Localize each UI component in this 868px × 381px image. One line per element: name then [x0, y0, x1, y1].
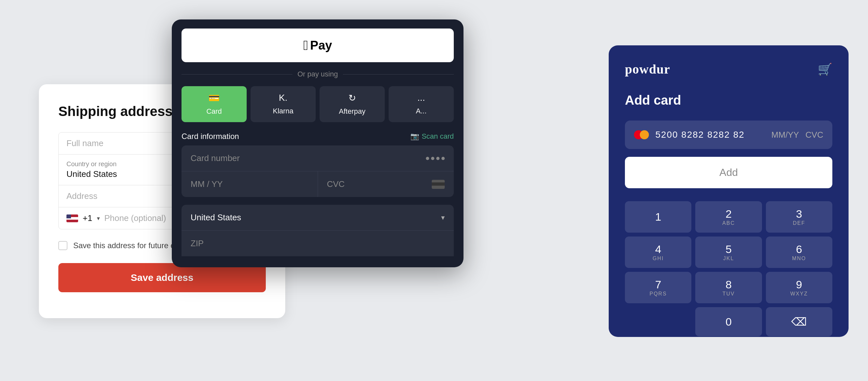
country-name: United States [191, 213, 241, 223]
phone-chevron-icon[interactable]: ▾ [97, 215, 100, 222]
afterpay-method-icon: ↻ [348, 93, 356, 103]
phone-code: +1 [83, 213, 92, 223]
klarna-method-label: Klarna [273, 107, 293, 115]
numpad: 1 2 ABC 3 DEF 4 GHI 5 JKL 6 MNO 7 PQRS 8 [625, 201, 832, 336]
panel-header: powdur 🛒 [625, 62, 832, 77]
other-method-icon: ... [417, 93, 425, 103]
country-chevron-icon: ▾ [441, 214, 445, 222]
apple-icon:  [303, 38, 308, 53]
pay-method-card[interactable]: 💳 Card [182, 86, 247, 122]
numpad-key-2[interactable]: 2 ABC [695, 201, 762, 233]
klarna-method-icon: K. [279, 93, 287, 103]
card-cvc-field[interactable]: CVC [318, 171, 454, 197]
numpad-key-backspace[interactable]: ⌫ [766, 307, 832, 336]
numpad-key-7[interactable]: 7 PQRS [625, 272, 691, 303]
full-name-placeholder: Full name [66, 138, 103, 148]
add-card-button[interactable]: Add [625, 157, 832, 188]
card-info-text: Card information [182, 132, 239, 141]
numpad-key-1[interactable]: 1 [625, 201, 691, 233]
afterpay-method-label: Afterpay [339, 107, 366, 116]
zip-row[interactable]: ZIP [182, 231, 454, 256]
divider-text: Or pay using [298, 70, 338, 78]
card-input-row[interactable]: 5200 8282 8282 82 MM/YY CVC [625, 121, 832, 149]
card-info-box: Card number MM / YY CVC [182, 146, 454, 197]
country-section: United States ▾ ZIP [172, 205, 464, 256]
card-bottom-row: MM / YY CVC [182, 171, 454, 197]
divider-right [343, 74, 454, 74]
pay-method-other[interactable]: ... A... [389, 86, 454, 122]
other-method-label: A... [416, 107, 427, 115]
address-placeholder: Address [66, 191, 97, 201]
apple-pay-label: Pay [310, 38, 332, 53]
scan-card-label: Scan card [422, 132, 454, 140]
pay-method-klarna[interactable]: K. Klarna [251, 86, 316, 122]
apple-pay-button[interactable]:  Pay [182, 29, 454, 62]
modal-close-button[interactable]: ✕ [439, 29, 453, 43]
numpad-key-empty [625, 307, 691, 336]
scan-card-button[interactable]: 📷 Scan card [410, 132, 454, 140]
card-number-dots [426, 157, 445, 160]
cvc-card-icon [432, 180, 445, 189]
card-mmyy-display: MM/YY [771, 130, 799, 140]
card-mmyy-placeholder: MM / YY [191, 179, 223, 189]
card-cvc-display: CVC [805, 130, 823, 140]
payment-modal: ✕  Pay Or pay using 💳 Card K. Klarna ↻ … [172, 20, 464, 267]
numpad-key-6[interactable]: 6 MNO [766, 236, 832, 268]
card-mmyy-field[interactable]: MM / YY [182, 171, 318, 197]
mastercard-icon [634, 130, 649, 139]
divider-left [182, 74, 292, 74]
add-card-title: Add card [625, 93, 832, 107]
country-box: United States ▾ ZIP [182, 205, 454, 256]
card-number-placeholder: Card number [191, 153, 240, 163]
numpad-key-0[interactable]: 0 [695, 307, 762, 336]
apple-pay-logo:  Pay [303, 38, 332, 53]
us-flag-icon [66, 215, 78, 222]
brand-name: powdur [625, 62, 670, 77]
save-address-button[interactable]: Save address [58, 263, 266, 292]
country-select[interactable]: United States ▾ [182, 205, 454, 231]
divider-row: Or pay using [182, 70, 454, 78]
save-address-checkbox[interactable] [58, 241, 67, 250]
card-info-section-label: Card information 📷 Scan card [172, 132, 464, 141]
payment-methods: 💳 Card K. Klarna ↻ Afterpay ... A... [172, 86, 464, 122]
numpad-key-5[interactable]: 5 JKL [695, 236, 762, 268]
card-method-icon: 💳 [209, 93, 220, 103]
numpad-key-3[interactable]: 3 DEF [766, 201, 832, 233]
country-value: United States [66, 169, 117, 179]
add-card-panel: powdur 🛒 Add card 5200 8282 8282 82 MM/Y… [609, 45, 848, 337]
card-cvc-placeholder: CVC [327, 179, 345, 189]
numpad-key-9[interactable]: 9 WXYZ [766, 272, 832, 303]
cart-icon[interactable]: 🛒 [818, 63, 832, 76]
phone-placeholder: Phone (optional) [104, 213, 166, 223]
mc-right-circle [640, 130, 649, 139]
scan-icon: 📷 [410, 132, 419, 140]
numpad-key-4[interactable]: 4 GHI [625, 236, 691, 268]
pay-method-afterpay[interactable]: ↻ Afterpay [319, 86, 385, 122]
card-number-display: 5200 8282 8282 82 [655, 130, 765, 140]
numpad-key-8[interactable]: 8 TUV [695, 272, 762, 303]
card-number-row[interactable]: Card number [182, 146, 454, 171]
card-method-label: Card [207, 107, 222, 116]
zip-placeholder: ZIP [191, 239, 204, 248]
